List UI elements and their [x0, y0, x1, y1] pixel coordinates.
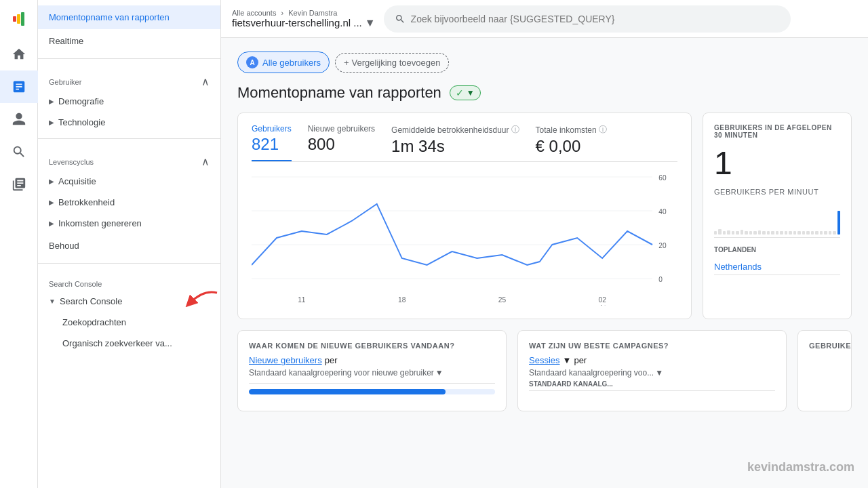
- sidebar-item-momentopname[interactable]: Momentopname van rapporten: [38, 5, 220, 29]
- sidebar-sub-item-organisch[interactable]: Organisch zoekverkeer va...: [38, 333, 220, 354]
- svg-text:11: 11: [298, 296, 305, 304]
- bar-2: [718, 229, 721, 235]
- watermark: kevindamstra.com: [747, 460, 854, 474]
- chevron-down-icon: ▼: [49, 298, 56, 305]
- svg-text:60: 60: [658, 174, 666, 182]
- search-bar[interactable]: [384, 5, 791, 33]
- bottom-card-partial: Gebruikers: [797, 330, 852, 411]
- breadcrumb-all-accounts[interactable]: Alle accounts: [232, 9, 276, 17]
- realtime-card: GEBRUIKERS IN DE AFGELOPEN 30 MINUTEN 1 …: [703, 113, 852, 319]
- card2-dropdown-icon: ▼: [563, 355, 572, 365]
- card1-dropdown-row1: Nieuwe gebruikers per: [249, 355, 495, 365]
- bar-25: [820, 231, 823, 235]
- card2-column-header: STANDAARD KANAALG...: [529, 378, 775, 391]
- page-title: Momentopname van rapporten: [237, 84, 441, 102]
- stat-label-inkomsten: Totale inkomsten ⓘ: [536, 124, 607, 136]
- chevron-right-icon5: ▶: [49, 220, 54, 227]
- account-name: fietsverhuur-terschelling.nl ...: [232, 17, 362, 28]
- stat-tab-nieuwe-gebruikers[interactable]: Nieuwe gebruikers 800: [308, 124, 375, 161]
- svg-text:25: 25: [498, 296, 506, 304]
- bar-19: [793, 231, 796, 235]
- card2-dropdown2[interactable]: Standaard kanaalgroepering voo... ▼: [529, 368, 775, 378]
- sidebar-item-acquisitie[interactable]: ▶ Acquisitie: [38, 171, 220, 192]
- breadcrumb-user: Kevin Damstra: [288, 9, 337, 17]
- account-dropdown-icon: ▼: [365, 17, 376, 29]
- bottom-card-gebruikers: WAAR KOMEN DE NIEUWE GEBRUIKERS VANDAAN?…: [237, 330, 507, 411]
- card2-title: WAT ZIJN UW BESTE CAMPAGNES?: [529, 342, 775, 350]
- main-content: Alle accounts › Kevin Damstra fietsverhu…: [221, 0, 868, 488]
- sidebar-item-realtime[interactable]: Realtime: [38, 29, 220, 53]
- mini-bar-chart: [714, 204, 840, 238]
- card1-dropdown1[interactable]: Nieuwe gebruikers: [249, 355, 322, 365]
- levenscyclus-collapse-icon[interactable]: ∧: [201, 155, 210, 168]
- blue-bar-fill: [249, 389, 446, 394]
- sidebar-section-levenscyclus: Levenscyclus ∧: [38, 144, 220, 171]
- chip-avatar: A: [246, 56, 258, 68]
- nav-reports-icon[interactable]: [0, 70, 38, 103]
- sidebar-item-behoud[interactable]: Behoud: [38, 234, 220, 258]
- bar-7: [741, 230, 743, 235]
- bar-3: [723, 231, 726, 235]
- bar-14: [771, 231, 774, 235]
- realtime-sub-title: GEBRUIKERS PER MINUUT: [714, 188, 840, 196]
- page-content: A Alle gebruikers + Vergelijking toevoeg…: [221, 38, 868, 488]
- bar-18: [789, 231, 791, 235]
- svg-text:20: 20: [658, 241, 666, 249]
- search-input[interactable]: [411, 14, 780, 24]
- info-icon-inkomsten[interactable]: ⓘ: [599, 124, 607, 136]
- info-icon-betrokkenheid[interactable]: ⓘ: [511, 124, 519, 136]
- bar-17: [785, 231, 787, 235]
- breadcrumb-account-selector[interactable]: fietsverhuur-terschelling.nl ... ▼: [232, 17, 376, 29]
- bar-12: [762, 231, 765, 235]
- sidebar-item-search-console[interactable]: ▼ Search Console: [38, 291, 220, 312]
- line-chart: 60 40 20 0 11 sep. 18 25 02 okt.: [252, 170, 677, 306]
- stat-tab-betrokkenheid[interactable]: Gemiddelde betrokkenheidsduur ⓘ 1m 34s: [391, 124, 519, 161]
- realtime-number: 1: [714, 147, 840, 180]
- sidebar-item-betrokkenheid[interactable]: ▶ Betrokkenheid: [38, 192, 220, 213]
- stats-tabs: Gebruikers 821 Nieuwe gebruikers 800 Gem…: [252, 124, 677, 162]
- sidebar-section-search-console: Search Console: [38, 269, 220, 291]
- add-comparison-button[interactable]: + Vergelijking toevoegen: [335, 53, 449, 73]
- nav-search-console-icon[interactable]: [0, 136, 38, 168]
- card1-dropdown2[interactable]: Standaard kanaalgroepering voor nieuwe g…: [249, 368, 495, 378]
- sidebar-item-demografie[interactable]: ▶ Demografie: [38, 91, 220, 112]
- stat-label-gebruikers: Gebruikers: [252, 124, 292, 134]
- sidebar-item-inkomsten[interactable]: ▶ Inkomsten genereren: [38, 213, 220, 234]
- bar-13: [767, 231, 770, 235]
- gebruiker-collapse-icon[interactable]: ∧: [201, 75, 210, 88]
- bar-10: [753, 231, 756, 235]
- card3-label: Gebruikers: [809, 342, 840, 350]
- chart-area: 60 40 20 0 11 sep. 18 25 02 okt.: [252, 170, 677, 308]
- bar-9: [749, 231, 752, 235]
- sidebar: Momentopname van rapporten Realtime Gebr…: [38, 0, 221, 488]
- toplanden-netherlands[interactable]: Netherlands: [714, 262, 840, 275]
- sidebar-sub-item-zoekopdrachten[interactable]: Zoekopdrachten: [38, 312, 220, 333]
- card2-per-label: per: [574, 355, 587, 365]
- bar-16: [780, 231, 783, 235]
- bar-26: [824, 231, 827, 235]
- stats-card: Gebruikers 821 Nieuwe gebruikers 800 Gem…: [237, 113, 692, 319]
- sidebar-item-technologie[interactable]: ▶ Technologie: [38, 112, 220, 133]
- card1-per-label: per: [325, 355, 338, 365]
- all-users-chip[interactable]: A Alle gebruikers: [237, 52, 330, 73]
- chevron-badge-icon: ▼: [467, 88, 475, 98]
- nav-audience-icon[interactable]: [0, 103, 38, 136]
- chevron-card2-icon: ▼: [655, 368, 663, 378]
- card2-dropdown1[interactable]: Sessies: [529, 355, 560, 365]
- nav-home-icon[interactable]: [0, 38, 38, 70]
- top-bar: Alle accounts › Kevin Damstra fietsverhu…: [221, 0, 868, 38]
- filter-bar: A Alle gebruikers + Vergelijking toevoeg…: [237, 52, 852, 73]
- bar-11: [758, 230, 761, 235]
- stat-value-inkomsten: € 0,00: [536, 137, 607, 156]
- bar-22: [806, 231, 809, 235]
- svg-text:okt.: okt.: [597, 304, 608, 306]
- stat-tab-inkomsten[interactable]: Totale inkomsten ⓘ € 0,00: [536, 124, 607, 161]
- chevron-right-icon4: ▶: [49, 199, 54, 206]
- stat-tab-gebruikers[interactable]: Gebruikers 821: [252, 124, 292, 161]
- stat-value-betrokkenheid: 1m 34s: [391, 137, 519, 156]
- stats-and-realtime: Gebruikers 821 Nieuwe gebruikers 800 Gem…: [237, 113, 852, 319]
- svg-text:40: 40: [658, 207, 666, 216]
- status-badge[interactable]: ✓ ▼: [450, 85, 481, 100]
- nav-settings-icon[interactable]: [0, 168, 38, 201]
- toplanden-title: TOPLANDEN: [714, 246, 840, 253]
